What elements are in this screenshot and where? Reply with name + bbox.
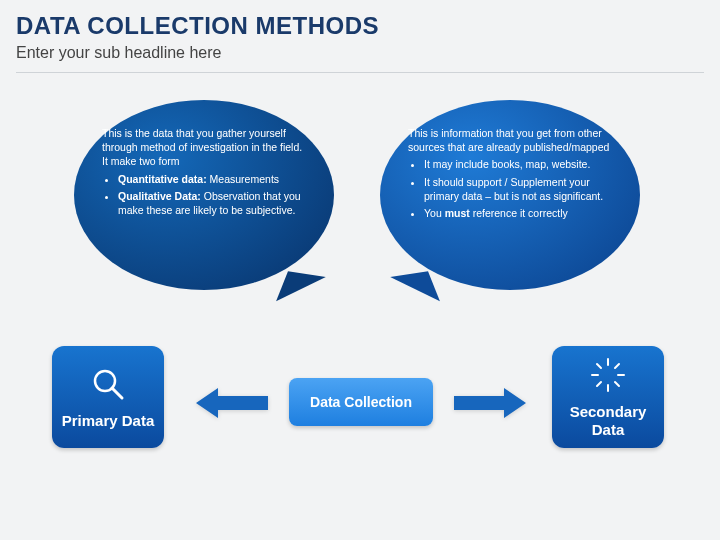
svg-line-8 xyxy=(615,364,619,368)
title-divider xyxy=(16,72,704,73)
arrow-left-icon xyxy=(196,388,268,422)
list-item: It may include books, map, website. xyxy=(424,157,612,171)
secondary-bubble-list: It may include books, map, website. It s… xyxy=(408,157,612,220)
list-item: You must reference it correctly xyxy=(424,206,612,220)
label-bold: Quantitative data: xyxy=(118,173,207,185)
secondary-bubble-intro: This is information that you get from ot… xyxy=(408,126,612,154)
label-bold: Qualitative Data: xyxy=(118,190,201,202)
label-text: reference it correctly xyxy=(470,207,568,219)
primary-bubble-list: Quantitative data: Measurements Qualitat… xyxy=(102,172,306,218)
slide-root: { "header": { "title": "DATA COLLECTION … xyxy=(0,0,720,540)
label-text: It should support / Supplement your prim… xyxy=(424,176,603,202)
radial-dots-icon xyxy=(588,355,628,395)
svg-marker-11 xyxy=(454,388,526,418)
bubble-tail xyxy=(390,271,442,306)
label-text: It may include books, map, website. xyxy=(424,158,590,170)
svg-line-6 xyxy=(597,364,601,368)
primary-node-label: Primary Data xyxy=(62,412,155,430)
center-node-label: Data Collection xyxy=(310,394,412,410)
page-title: DATA COLLECTION METHODS xyxy=(16,12,379,40)
svg-marker-10 xyxy=(196,388,268,418)
primary-data-bubble: This is the data that you gather yoursel… xyxy=(74,100,334,290)
svg-line-7 xyxy=(615,382,619,386)
svg-line-1 xyxy=(112,388,122,398)
list-item: Qualitative Data: Observation that you m… xyxy=(118,189,306,217)
primary-bubble-intro: This is the data that you gather yoursel… xyxy=(102,126,306,169)
bubble-tail xyxy=(274,271,326,306)
label-text: You xyxy=(424,207,445,219)
secondary-data-bubble: This is information that you get from ot… xyxy=(380,100,640,290)
label-bold: must xyxy=(445,207,470,219)
svg-line-9 xyxy=(597,382,601,386)
magnifier-icon xyxy=(88,364,128,404)
secondary-data-node: Secondary Data xyxy=(552,346,664,448)
page-subtitle: Enter your sub headline here xyxy=(16,44,221,62)
data-collection-node: Data Collection xyxy=(289,378,433,426)
list-item: It should support / Supplement your prim… xyxy=(424,175,612,203)
primary-data-node: Primary Data xyxy=(52,346,164,448)
label-text: Measurements xyxy=(207,173,279,185)
secondary-node-label: Secondary Data xyxy=(552,403,664,439)
arrow-right-icon xyxy=(454,388,526,422)
list-item: Quantitative data: Measurements xyxy=(118,172,306,186)
